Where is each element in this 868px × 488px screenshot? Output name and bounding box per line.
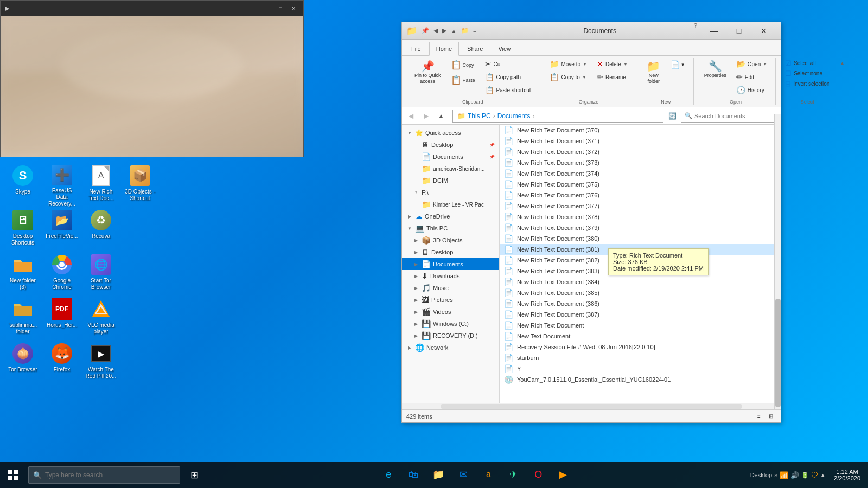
desktop-icon-sublimina[interactable]: 'sublimina... folder	[4, 295, 41, 338]
taskbar-edge[interactable]: e	[376, 462, 400, 488]
desktop-icon-desktop-shortcuts[interactable]: 🖥 Desktop Shortcuts	[4, 206, 41, 249]
desktop-icon-skype[interactable]: S Skype	[4, 162, 41, 205]
desktop-icon-easeus[interactable]: ➕ EaseUS Data Recovery...	[43, 162, 80, 205]
desktop-icon-3dobjects[interactable]: 📦 3D Objects - Shortcut	[122, 162, 158, 205]
taskbar-tripadvisor[interactable]: ✈	[501, 462, 525, 488]
tree-this-pc[interactable]: ▼ 💻 This PC	[402, 222, 499, 234]
file-item-372[interactable]: 📄New Rich Text Document (372)	[500, 146, 781, 157]
h-scrollbar[interactable]	[402, 403, 781, 409]
file-item-384[interactable]: 📄New Rich Text Document (384)	[500, 277, 781, 287]
network-tray-icon[interactable]: 📶	[780, 471, 788, 479]
file-item-recovery[interactable]: 📄Recovery Session File # Wed, 08-Jun-201…	[500, 342, 781, 352]
ribbon-collapse-btn[interactable]: ▲	[839, 60, 845, 66]
tab-view[interactable]: View	[491, 41, 518, 55]
show-more-btn[interactable]: »	[774, 472, 777, 478]
h-scrollbar-thumb[interactable]	[441, 404, 742, 409]
file-item-starburn[interactable]: 📄starburn	[500, 352, 781, 363]
quick-access-header[interactable]: ▼ ⭐ Quick access	[402, 127, 499, 139]
file-item-370[interactable]: 📄New Rich Text Document (370)	[500, 125, 781, 136]
tree-desktop-pc[interactable]: ▶ 🖥 Desktop	[402, 246, 499, 258]
properties-btn[interactable]: 🔧 Properties	[700, 58, 730, 81]
taskbar-search-input[interactable]	[45, 471, 175, 479]
file-item-373[interactable]: 📄New Rich Text Document (373)	[500, 157, 781, 168]
nav-back-small[interactable]: ◀	[433, 27, 438, 34]
desktop-icon-new-folder[interactable]: New folder (3)	[4, 251, 41, 294]
tree-dcim[interactable]: 📁 DCIM	[402, 175, 499, 187]
tree-pictures[interactable]: ▶ 🖼 Pictures	[402, 294, 499, 306]
desktop-icon-horus[interactable]: PDF Horus_Her...	[43, 295, 80, 338]
tree-kimber[interactable]: 📁 Kimber Lee - VR Pac	[402, 198, 499, 210]
large-icons-view-btn[interactable]: ⊞	[765, 412, 776, 421]
paste-btn[interactable]: 📋 Paste	[447, 73, 479, 87]
file-item-374[interactable]: 📄New Rich Text Document (374)	[500, 168, 781, 179]
tree-videos[interactable]: ▶ 🎬 Videos	[402, 306, 499, 318]
new-item-btn[interactable]: 📄 ▼	[667, 58, 689, 71]
desktop-icon-watchfilm[interactable]: ▶ Watch The Red Pill 20...	[82, 339, 119, 383]
edit-btn[interactable]: ✏ Edit	[732, 71, 771, 83]
tree-3d-objects[interactable]: ▶ 📦 3D Objects	[402, 234, 499, 246]
taskbar-explorer[interactable]: 📁	[426, 462, 450, 488]
up-arrow-icon[interactable]: ▲	[820, 472, 825, 478]
taskbar-store[interactable]: 🛍	[401, 462, 425, 488]
tree-onedrive[interactable]: ▶ ☁ OneDrive	[402, 210, 499, 222]
cut-btn[interactable]: ✂ Cut	[481, 58, 535, 70]
close-btn[interactable]: ✕	[751, 22, 776, 40]
file-item-378[interactable]: 📄New Rich Text Document (378)	[500, 211, 781, 222]
refresh-btn[interactable]: 🔄	[666, 110, 679, 123]
taskbar-vlc-app[interactable]: ▶	[551, 462, 575, 488]
move-to-btn[interactable]: 📁 Move to ▼	[546, 58, 591, 70]
tree-americavr[interactable]: 📁 americavr-Sheridan...	[402, 163, 499, 175]
invert-selection-btn[interactable]: ⊟ Invert selection	[782, 79, 832, 89]
nav-forward-btn[interactable]: ▶	[419, 110, 432, 123]
desktop-icon-vlc[interactable]: VLC media player	[82, 295, 119, 338]
pin-to-quick-access-btn[interactable]: 📌 Pin to Quickaccess	[411, 58, 445, 87]
nav-up-small[interactable]: ▲	[451, 28, 457, 34]
scrollbar-thumb[interactable]	[775, 299, 781, 407]
help-icon[interactable]: ?	[694, 22, 697, 40]
antivirus-icon[interactable]: 🛡	[811, 471, 818, 479]
file-item-375[interactable]: 📄New Rich Text Document (375)	[500, 179, 781, 190]
tree-fbackslash[interactable]: ? F:\	[402, 187, 499, 198]
tree-recovery-d[interactable]: ▶ 💾 RECOVERY (D:)	[402, 330, 499, 342]
volume-icon[interactable]: 🔊	[790, 471, 799, 479]
video-minimize-btn[interactable]: —	[262, 3, 273, 14]
select-all-btn[interactable]: ☑ Select all	[782, 58, 832, 68]
delete-btn[interactable]: ✕ Delete ▼	[593, 58, 631, 70]
file-item-371[interactable]: 📄New Rich Text Document (371)	[500, 136, 781, 146]
path-documents[interactable]: Documents	[497, 112, 531, 120]
quick-access-btn[interactable]: 📌	[422, 27, 429, 34]
file-item-youcam[interactable]: 💿YouCam_7.0.1511.0_Essential_Essential_Y…	[500, 374, 781, 385]
rename-btn[interactable]: ✏ Rename	[593, 71, 631, 83]
file-item-387[interactable]: 📄New Rich Text Document (387)	[500, 309, 781, 320]
taskbar-search-bar[interactable]: 🔍	[28, 466, 180, 484]
copy-btn[interactable]: 📋 Copy	[447, 58, 479, 72]
tree-documents-pc[interactable]: ▶ 📄 Documents	[402, 258, 499, 270]
tree-desktop[interactable]: 🖥 Desktop 📌	[402, 139, 499, 151]
tree-network[interactable]: ▶ 🌐 Network	[402, 342, 499, 354]
file-item-newtxt[interactable]: 📄New Text Document	[500, 331, 781, 342]
select-none-btn[interactable]: ☐ Select none	[782, 68, 832, 79]
tab-file[interactable]: File	[404, 41, 428, 55]
desktop-icon-firefox[interactable]: 🦊 Firefox	[43, 339, 80, 383]
new-folder-btn[interactable]: 📁 Newfolder	[643, 58, 665, 87]
taskbar-opera[interactable]: O	[526, 462, 550, 488]
desktop-icon-chrome[interactable]: Google Chrome	[43, 251, 80, 294]
search-input[interactable]	[694, 113, 775, 119]
tab-share[interactable]: Share	[460, 41, 490, 55]
file-item-385[interactable]: 📄New Rich Text Document (385)	[500, 287, 781, 298]
file-item-379[interactable]: 📄New Rich Text Document (379)	[500, 222, 781, 233]
video-close-btn[interactable]: ✕	[288, 3, 299, 14]
taskbar-mail[interactable]: ✉	[451, 462, 475, 488]
video-maximize-btn[interactable]: □	[275, 3, 286, 14]
show-desktop-btn[interactable]	[865, 462, 868, 488]
file-item-nonum[interactable]: 📄New Rich Text Document	[500, 320, 781, 331]
desktop-text[interactable]: Desktop	[750, 472, 772, 478]
taskbar-amazon[interactable]: a	[476, 462, 500, 488]
video-controls[interactable]: — □ ✕	[262, 3, 299, 14]
scrollbar-track[interactable]	[774, 114, 781, 409]
nav-back-btn[interactable]: ◀	[404, 110, 417, 123]
search-box[interactable]: 🔍	[681, 110, 778, 123]
paste-shortcut-btn[interactable]: 📋 Paste shortcut	[481, 84, 535, 96]
tab-home[interactable]: Home	[429, 42, 459, 56]
copy-path-btn[interactable]: 📋 Copy path	[481, 71, 535, 83]
